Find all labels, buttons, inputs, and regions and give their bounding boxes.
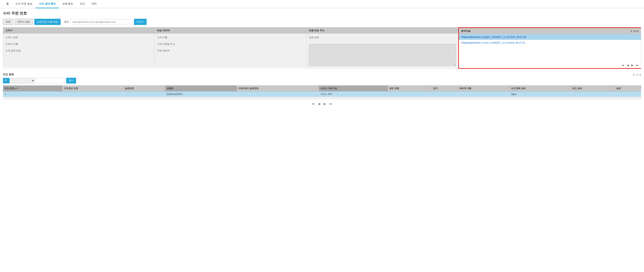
line-items-section: 라인 항목 1 - 1 / 1 🔍 찾기 라인 번호▲▼고객 참조 번호일련번호…: [3, 72, 641, 107]
customer-field-2: 고객사 이름: [5, 42, 152, 46]
table-header-row: 라인 번호▲▼고객 참조 번호일련번호상품명아웃바운드 일련번호서비스 구분 타…: [3, 86, 641, 91]
col-라인 번호▲▼[interactable]: 라인 번호▲▼: [3, 86, 62, 91]
line-items-table: 라인 번호▲▼고객 참조 번호일련번호상품명아웃바운드 일련번호서비스 구분 타…: [3, 85, 641, 97]
col-정가[interactable]: 정가: [432, 86, 458, 91]
cell-7: [432, 91, 458, 97]
line-items-title: 라인 항목: [3, 73, 14, 76]
cell-3: DS3678-ER2F0...: [165, 91, 237, 97]
nav-bar: 홈수리 주문 생성수리 상태 확인보증 확인자산계약: [0, 0, 644, 8]
review-button[interactable]: 견적서 검토: [15, 19, 33, 25]
col-송장[interactable]: 송장: [615, 86, 641, 91]
nav-item-자산[interactable]: 자산: [76, 0, 88, 8]
horizontal-scrollbar[interactable]: [3, 97, 641, 99]
cell-2: [123, 91, 165, 97]
return-address-header: 반품 배송 주소: [306, 27, 458, 34]
attach-last-btn[interactable]: ⏭: [635, 63, 640, 67]
table-first-btn[interactable]: ⏮: [311, 102, 316, 106]
toolbar: 뒤로 견적서 검토 표준 배송 라벨 생성 공유 보내기: [0, 18, 644, 27]
return-address-panel: 반품 배송 주소 상점 번호: [306, 27, 458, 69]
shipping-panel: 배송 연락처 고객 이름 고객 이메일 주소 직장 연락처: [155, 27, 306, 69]
panels-row: 고객사 고객사 번호 고객사 이름 고객 참조 번호 배송 연락처 고객 이름 …: [3, 27, 641, 69]
search-button[interactable]: 🔍: [3, 78, 10, 83]
col-예비역 이름[interactable]: 예비역 이름: [458, 86, 510, 91]
share-label: 공유: [64, 20, 69, 24]
col-라인 상태[interactable]: 라인 상태: [571, 86, 615, 91]
cell-10: [571, 91, 615, 97]
customer-field-3: 고객 참조 번호: [5, 49, 152, 52]
find-button[interactable]: 찾기: [66, 78, 76, 84]
customer-field-1: 고객사 번호: [5, 36, 152, 39]
col-완전 유형[interactable]: 완전 유형: [388, 86, 432, 91]
attachments-title: 첨부파일: [461, 29, 471, 33]
nav-item-수리 상태 확인[interactable]: 수리 상태 확인: [36, 0, 59, 8]
table-body: 1DS3678-ER2F0...서비스 계약Open: [3, 91, 641, 97]
bottom-pagination: ⏮ ◀ ▶ ⏭: [3, 100, 641, 107]
col-서비스 구분 타입[interactable]: 서비스 구분 타입: [319, 86, 388, 91]
line-items-header: 라인 항목 1 - 1 / 1: [3, 72, 641, 78]
search-bar: 🔍 찾기: [3, 78, 641, 84]
cell-8: [458, 91, 510, 97]
nav-item-계약[interactable]: 계약: [88, 0, 100, 8]
attachments-body: ShippingManifest1_English_14459257_12-10…: [459, 34, 641, 68]
nav-item-보증 확인[interactable]: 보증 확인: [59, 0, 76, 8]
line-items-count: 1 - 1 / 1: [633, 73, 641, 76]
shipping-field-1: 고객 이름: [157, 36, 304, 39]
attach-first-btn[interactable]: ⏮: [621, 63, 625, 67]
cell-5: 서비스 계약: [319, 91, 388, 97]
attachments-page-info: 1 - 2 / 2: [630, 30, 639, 33]
shipping-field-3: 직장 연락처: [157, 49, 304, 52]
label-gen-button[interactable]: 표준 배송 라벨 생성: [34, 19, 61, 25]
table-next-btn[interactable]: ▶: [323, 102, 327, 106]
col-상품명[interactable]: 상품명: [165, 86, 237, 91]
col-고객 참조 번호[interactable]: 고객 참조 번호: [62, 86, 124, 91]
return-address-textarea[interactable]: [309, 44, 456, 66]
table-row: 1DS3678-ER2F0...서비스 계약Open: [3, 91, 641, 97]
return-address-title: 반품 배송 주소: [309, 29, 324, 32]
attachment-item-1[interactable]: ShippingManifest2_Czech_14459257_12-10-2…: [459, 40, 641, 46]
search-input[interactable]: [36, 78, 65, 83]
search-select[interactable]: [11, 78, 35, 84]
shipping-field-2: 고객 이메일 주소: [157, 42, 304, 46]
attach-next-btn[interactable]: ▶: [630, 63, 634, 67]
back-button[interactable]: 뒤로: [3, 19, 13, 25]
attachments-header: 첨부파일 1 - 2 / 2: [459, 28, 641, 34]
cell-4: [236, 91, 319, 97]
attachments-pagination: ⏮ ◀ ▶ ⏭: [621, 63, 640, 67]
attachment-item-0[interactable]: ShippingManifest1_English_14459257_12-10…: [459, 34, 641, 40]
cell-9: Open: [510, 91, 571, 97]
shipping-title: 배송 연락처: [157, 29, 170, 32]
cell-11: [615, 91, 641, 97]
customer-title: 고객사: [5, 29, 12, 32]
col-라인 항목 상태[interactable]: 라인 항목 상태: [510, 86, 571, 91]
send-button[interactable]: 보내기: [134, 19, 146, 25]
attachments-panel: 첨부파일 1 - 2 / 2 ShippingManifest1_English…: [458, 27, 641, 69]
col-아웃바운드 일련번호[interactable]: 아웃바운드 일련번호: [236, 86, 319, 91]
table-prev-btn[interactable]: ◀: [317, 102, 321, 106]
cell-1: [62, 91, 124, 97]
customer-panel-header: 고객사: [3, 27, 155, 34]
cell-6: [388, 91, 432, 97]
col-일련번호[interactable]: 일련번호: [123, 86, 165, 91]
nav-item-수리 주문 생성[interactable]: 수리 주문 생성: [12, 0, 36, 8]
customer-panel: 고객사 고객사 번호 고객사 이름 고객 참조 번호: [3, 27, 155, 69]
nav-item-홈[interactable]: 홈: [3, 0, 12, 8]
share-input[interactable]: [70, 19, 132, 25]
table-last-btn[interactable]: ⏭: [328, 102, 333, 106]
attach-prev-btn[interactable]: ◀: [626, 63, 630, 67]
cell-0: 1: [3, 91, 62, 97]
page-title: 수리 주문 번호: [0, 8, 644, 18]
return-address-label: 상점 번호: [309, 36, 456, 39]
shipping-panel-header: 배송 연락처: [155, 27, 306, 34]
